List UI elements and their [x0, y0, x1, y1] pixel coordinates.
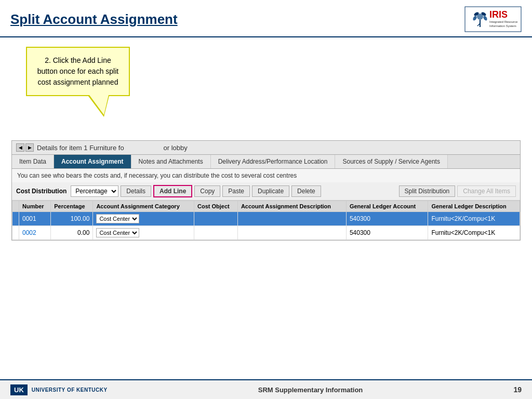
svg-point-3 — [472, 15, 477, 21]
callout-container: 2. Click the Add Line button once for ea… — [26, 47, 130, 117]
uk-logo: UK — [10, 384, 28, 395]
row-number-link[interactable]: 0001 — [22, 215, 36, 222]
col-description: Account Assignment Description — [237, 201, 346, 212]
tab-delivery-address[interactable]: Delivery Address/Performance Location — [211, 155, 336, 168]
col-cost-object: Cost Object — [194, 201, 238, 212]
col-account-assignment-category: Account Assignment Category — [93, 201, 194, 212]
cost-distribution-table: Number Percentage Account Assignment Cat… — [12, 201, 520, 240]
row-gl-account: 540300 — [346, 226, 428, 240]
main-panel: ◀ ▶ Details for item 1 Furniture fo or l… — [11, 140, 521, 241]
col-gl-description: General Ledger Description — [428, 201, 520, 212]
page-header: Split Account Assignment IRIS Integrated… — [0, 0, 532, 37]
nav-next-arrow[interactable]: ▶ — [25, 143, 34, 152]
table-row[interactable]: 0001100.00Cost Center540300Furnitu<2K/Co… — [12, 212, 520, 226]
table-container: Number Percentage Account Assignment Cat… — [12, 201, 520, 240]
row-percentage: 0.00 — [51, 226, 93, 240]
footer-left: UK UNIVERSITY OF KENTUCKY — [10, 384, 108, 395]
distribution-select[interactable]: Percentage Value — [71, 185, 118, 197]
cost-distribution-label: Cost Distribution — [16, 188, 66, 195]
row-cost-object — [194, 226, 238, 240]
row-cost-object — [194, 212, 238, 226]
nav-arrows[interactable]: ◀ ▶ — [16, 143, 34, 152]
footer: UK UNIVERSITY OF KENTUCKY SRM Supplement… — [0, 379, 532, 399]
col-number: Number — [19, 201, 51, 212]
footer-page-number: 19 — [513, 385, 522, 394]
col-percentage: Percentage — [51, 201, 93, 212]
delete-button[interactable]: Delete — [291, 185, 321, 197]
info-text: You can see who bears the costs and, if … — [12, 169, 520, 182]
panel-title: Details for item 1 Furniture fo or lobby — [37, 144, 188, 152]
svg-text:Integrated Resource: Integrated Resource — [489, 20, 518, 23]
row-gl-description: Furnitu<2K/Compu<1K — [428, 212, 520, 226]
row-percentage: 100.00 — [51, 212, 93, 226]
nav-prev-arrow[interactable]: ◀ — [16, 143, 24, 152]
change-all-items-button[interactable]: Change All Items — [457, 185, 516, 197]
svg-text:Information System: Information System — [489, 24, 516, 28]
callout-text: 2. Click the Add Line button once for ea… — [37, 56, 118, 86]
row-category-select[interactable]: Cost Center — [96, 214, 139, 223]
tabs-bar: Item Data Account Assignment Notes and A… — [12, 155, 520, 169]
panel-titlebar: ◀ ▶ Details for item 1 Furniture fo or l… — [12, 141, 520, 155]
callout-box: 2. Click the Add Line button once for ea… — [26, 47, 130, 96]
tab-account-assignment[interactable]: Account Assignment — [54, 155, 131, 168]
row-number-link[interactable]: 0002 — [22, 229, 36, 236]
copy-button[interactable]: Copy — [194, 185, 220, 197]
page-title: Split Account Assignment — [10, 11, 178, 28]
duplicate-button[interactable]: Duplicate — [252, 185, 289, 197]
footer-center-text: SRM Supplementary Information — [258, 386, 363, 394]
row-gl-account: 540300 — [346, 212, 428, 226]
svg-point-4 — [483, 15, 488, 21]
row-marker — [12, 226, 19, 240]
logo-area: IRIS Integrated Resource Information Sys… — [464, 6, 522, 32]
callout-arrow — [88, 96, 109, 117]
tab-item-data[interactable]: Item Data — [12, 155, 54, 168]
row-description — [237, 212, 346, 226]
svg-text:IRIS: IRIS — [489, 9, 508, 20]
iris-logo: IRIS Integrated Resource Information Sys… — [464, 6, 522, 32]
university-text: UNIVERSITY OF KENTUCKY — [32, 387, 108, 393]
details-button[interactable]: Details — [121, 185, 151, 197]
table-row[interactable]: 00020.00Cost Center540300Furnitu<2K/Comp… — [12, 226, 520, 240]
col-gl-account: General Ledger Account — [346, 201, 428, 212]
row-description — [237, 226, 346, 240]
toolbar: Cost Distribution Percentage Value Detai… — [12, 182, 520, 201]
col-marker — [12, 201, 19, 212]
row-gl-description: Furnitu<2K/Compu<1K — [428, 226, 520, 240]
paste-button[interactable]: Paste — [222, 185, 250, 197]
row-category-select[interactable]: Cost Center — [96, 228, 139, 237]
tab-sources-supply[interactable]: Sources of Supply / Service Agents — [335, 155, 447, 168]
tab-notes-attachments[interactable]: Notes and Attachments — [131, 155, 211, 168]
split-distribution-button[interactable]: Split Distribution — [399, 185, 456, 197]
add-line-button[interactable]: Add Line — [153, 185, 192, 197]
row-marker — [12, 212, 19, 226]
